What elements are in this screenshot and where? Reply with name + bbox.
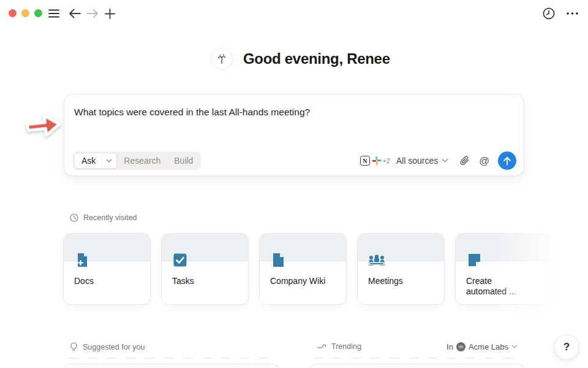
question-mark-icon: ? <box>564 341 570 353</box>
clock-icon <box>70 213 78 222</box>
recent-card-create-automated[interactable]: Create automated ... <box>455 233 553 305</box>
recent-card-meetings[interactable]: Meetings <box>357 233 445 305</box>
card-label: Meetings <box>368 276 429 286</box>
palm-tree-icon <box>216 53 228 65</box>
sidebar-menu-button[interactable] <box>47 7 61 20</box>
divider <box>69 358 277 359</box>
note-icon <box>466 252 482 268</box>
trending-card[interactable] <box>309 364 524 368</box>
document-add-icon <box>74 252 90 268</box>
more-options-button[interactable] <box>565 8 579 19</box>
card-label: Create automated ... <box>466 276 518 297</box>
workspace-name-label: Acme Labs <box>469 342 508 351</box>
mention-button[interactable]: @ <box>479 155 489 167</box>
slack-source-icon <box>372 156 382 166</box>
page-title: Good evening, Renee <box>243 50 390 67</box>
divider <box>314 358 522 359</box>
ai-composer-card: What topics were covered in the last All… <box>64 94 524 176</box>
mode-ask-button[interactable]: Ask <box>74 153 117 169</box>
arrow-up-icon <box>503 156 511 166</box>
recent-card-docs[interactable]: Docs <box>63 233 151 305</box>
recently-visited-label: Recently visited <box>83 213 137 222</box>
page-icon <box>270 252 286 268</box>
suggested-card[interactable] <box>64 364 279 368</box>
card-label: Tasks <box>172 276 233 286</box>
lightbulb-icon <box>70 342 78 351</box>
history-button[interactable] <box>541 6 556 21</box>
card-label: Company Wiki <box>270 276 331 286</box>
paperclip-icon <box>459 155 470 166</box>
zoom-window-button[interactable] <box>34 9 42 17</box>
trending-header: Trending <box>317 342 361 351</box>
all-sources-dropdown[interactable]: All sources <box>396 156 448 166</box>
extra-sources-count: +2 <box>383 157 390 164</box>
suggested-for-you-header: Suggested for you <box>70 342 145 351</box>
at-icon: @ <box>479 155 489 166</box>
recent-card-tasks[interactable]: Tasks <box>161 233 249 305</box>
meeting-people-icon <box>368 252 385 268</box>
plus-icon <box>105 9 115 19</box>
greeting-avatar[interactable] <box>211 48 233 70</box>
chevron-down-icon <box>106 159 112 163</box>
hamburger-icon <box>48 9 59 18</box>
notion-source-icon: N <box>360 156 370 166</box>
arrow-right-icon <box>86 9 99 18</box>
mode-ask-label: Ask <box>75 156 101 166</box>
mode-research-button[interactable]: Research <box>117 156 167 166</box>
close-window-button[interactable] <box>9 9 17 17</box>
ellipsis-icon <box>567 12 578 15</box>
forward-button[interactable] <box>85 7 100 20</box>
attach-file-button[interactable] <box>459 155 470 166</box>
arrow-left-icon <box>69 9 81 18</box>
workspace-logo-icon <box>456 342 466 351</box>
trending-label: Trending <box>331 342 361 351</box>
connected-sources-button[interactable]: N +2 <box>360 156 390 166</box>
recent-card-company-wiki[interactable]: Company Wiki <box>259 233 347 305</box>
query-input[interactable]: What topics were covered in the last All… <box>74 106 514 119</box>
suggested-for-you-label: Suggested for you <box>83 343 145 351</box>
all-sources-label: All sources <box>396 156 438 166</box>
composer-toolbar: Ask Research Build N +2 <box>73 151 516 170</box>
send-button[interactable] <box>498 151 516 170</box>
mode-segmented-control: Ask Research Build <box>73 151 201 170</box>
composer-right-tools: N +2 All sources <box>360 151 516 170</box>
back-button[interactable] <box>67 7 82 20</box>
annotation-arrow-icon <box>22 109 66 144</box>
trending-icon <box>317 343 326 350</box>
mode-build-button[interactable]: Build <box>167 156 200 166</box>
chevron-down-icon <box>442 158 448 163</box>
scope-prefix-label: In <box>447 342 453 351</box>
minimize-window-button[interactable] <box>21 9 29 17</box>
checkbox-icon <box>172 252 188 268</box>
recently-visited-header: Recently visited <box>70 213 137 222</box>
clock-history-icon <box>543 7 555 20</box>
recently-visited-row: Docs Tasks Company Wiki Meetings <box>63 233 553 305</box>
new-tab-button[interactable] <box>102 7 117 20</box>
workspace-scope-dropdown[interactable]: In Acme Labs <box>447 342 518 351</box>
mode-dropdown-button[interactable] <box>102 159 116 163</box>
card-label: Docs <box>74 276 135 286</box>
window-titlebar <box>0 0 588 27</box>
help-button[interactable]: ? <box>554 335 579 359</box>
chevron-down-icon <box>511 345 518 349</box>
